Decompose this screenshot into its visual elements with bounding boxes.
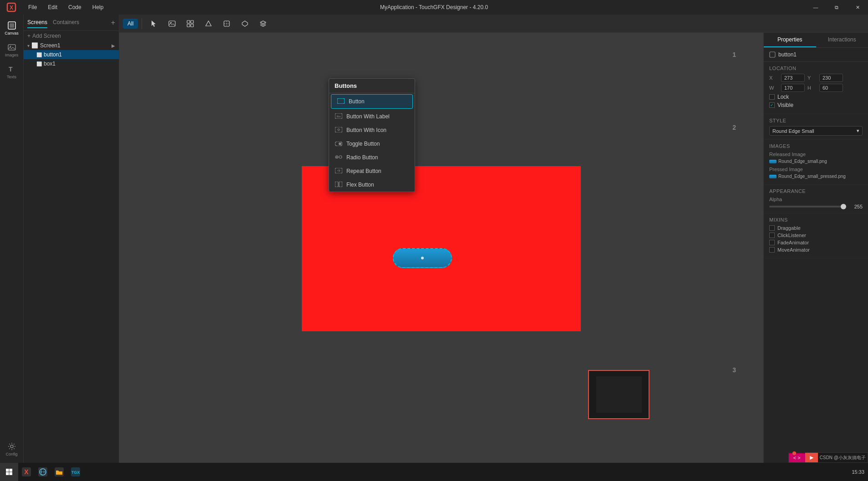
toolbar-all-btn[interactable]: All — [123, 19, 138, 29]
toolbar-select-btn[interactable] — [146, 18, 162, 29]
tree-item-button1[interactable]: ⬜ button1 — [24, 50, 119, 59]
dropdown-item-radio-label: Radio Button — [346, 154, 378, 161]
button-type-icon: ⬜ — [36, 52, 42, 57]
location-section: Location X Y W H Loc — [764, 62, 868, 114]
pressed-label: Pressed Image — [769, 167, 863, 172]
toolbar-layers-btn[interactable] — [255, 18, 271, 29]
dropdown-item-button[interactable]: Button — [331, 94, 413, 109]
tab-containers[interactable]: Containers — [53, 17, 79, 28]
layers-icon — [259, 20, 267, 27]
toolbar-widget-btn[interactable] — [182, 18, 198, 29]
svg-point-7 — [10, 445, 13, 448]
svg-point-21 — [338, 129, 340, 131]
button-widget[interactable] — [393, 248, 452, 268]
tab-properties[interactable]: Properties — [764, 33, 816, 47]
dropdown-item-repeat-label: Repeat Button — [346, 168, 381, 174]
taskbar-clock: 15:33 — [848, 469, 868, 475]
tree-item-box1[interactable]: ⬜ box1 — [24, 59, 119, 68]
mini-canvas-inner — [596, 376, 642, 413]
dropdown-item-repeat[interactable]: Repeat Button — [329, 164, 415, 178]
toolbar-3d-btn[interactable] — [237, 18, 253, 29]
csdn-code-button[interactable]: < > — [789, 453, 805, 462]
play-icon[interactable]: ▶ — [112, 43, 115, 48]
style-dropdown[interactable]: Round Edge Small ▾ — [769, 126, 863, 136]
moveanimator-checkbox[interactable] — [769, 247, 775, 253]
button-icon — [337, 98, 345, 105]
sidebar-item-config[interactable]: Config — [2, 439, 22, 459]
toolbar-shape-btn[interactable] — [200, 18, 217, 29]
dropdown-item-toggle[interactable]: Toggle Button — [329, 137, 415, 151]
tab-screens[interactable]: Screens — [27, 17, 47, 28]
w-input[interactable] — [781, 84, 805, 92]
sidebar-item-images[interactable]: Images — [2, 40, 22, 60]
dropdown-title: Buttons — [329, 79, 415, 93]
svg-text:X: X — [10, 5, 13, 11]
menu-help[interactable]: Help — [87, 0, 109, 15]
dropdown-item-button-icon[interactable]: Button With Icon — [329, 123, 415, 137]
pressed-image-row: Round_Edge_small_pressed.png — [769, 174, 863, 179]
released-image-preview — [769, 160, 777, 163]
add-screen-label: Add Screen — [32, 33, 61, 39]
alpha-label: Alpha — [769, 197, 863, 202]
texts-label: Texts — [7, 75, 16, 79]
clicklistener-label: ClickListener — [777, 233, 806, 238]
dropdown-item-button-label: Button — [349, 98, 365, 105]
x-input[interactable] — [781, 74, 805, 82]
lock-checkbox[interactable] — [769, 94, 775, 100]
images-section: Images Released Image Round_Edge_small.p… — [764, 140, 868, 185]
menu-file[interactable]: File — [23, 0, 42, 15]
app-logo: X — [0, 2, 23, 12]
component-name: button1 — [778, 51, 797, 58]
taskbar-item-browser[interactable] — [35, 463, 51, 481]
draggable-checkbox[interactable] — [769, 225, 775, 231]
add-screen-row[interactable]: + Add Screen — [24, 31, 119, 41]
visible-checkbox[interactable] — [769, 102, 775, 108]
alpha-slider[interactable] — [769, 206, 846, 208]
close-button[interactable]: ✕ — [847, 0, 868, 15]
left-icon-bar: Canvas Images T Texts Config — [0, 15, 24, 481]
dropdown-item-button-label-label: Button With Label — [346, 113, 390, 120]
sidebar-item-canvas[interactable]: Canvas — [2, 18, 22, 38]
y-input[interactable] — [819, 74, 843, 82]
clicklistener-checkbox[interactable] — [769, 233, 775, 238]
released-label: Released Image — [769, 152, 863, 157]
moveanimator-label: MoveAnimator — [777, 247, 810, 253]
svg-text:Btn: Btn — [336, 115, 340, 118]
canvas-area[interactable]: 1 Buttons Button — [119, 33, 763, 481]
right-panel-tabs: Properties Interactions — [764, 33, 868, 48]
dropdown-item-button-label[interactable]: Btn Button With Label — [329, 110, 415, 123]
right-panel: Properties Interactions button1 Location… — [763, 33, 868, 481]
svg-rect-10 — [169, 21, 175, 26]
menu-edit[interactable]: Edit — [42, 0, 63, 15]
toolbar-image-btn[interactable] — [164, 18, 180, 29]
released-image-name: Round_Edge_small.png — [778, 159, 827, 164]
svg-text:TGX: TGX — [71, 470, 80, 475]
add-screen-button[interactable]: + — [111, 19, 115, 27]
maximize-button[interactable]: ⧉ — [826, 0, 847, 15]
toolbar-transform-btn[interactable] — [218, 18, 235, 29]
canvas-label-2: 2 — [732, 124, 736, 131]
screens-header: Screens Containers + — [24, 15, 119, 31]
svg-rect-17 — [337, 98, 345, 104]
csdn-play-button[interactable]: ▶ — [805, 453, 818, 462]
menu-code[interactable]: Code — [63, 0, 87, 15]
minimize-button[interactable]: — — [805, 0, 826, 15]
fadeanimator-checkbox[interactable] — [769, 240, 775, 245]
taskbar-item-x[interactable]: X — [18, 463, 35, 481]
svg-point-26 — [339, 156, 342, 158]
tab-interactions[interactable]: Interactions — [816, 33, 868, 47]
h-input[interactable] — [819, 84, 843, 92]
sidebar-item-texts[interactable]: T Texts — [2, 62, 22, 82]
button-icon-icon — [335, 127, 343, 134]
taskbar-item-folder[interactable] — [51, 463, 67, 481]
tree-item-screen1[interactable]: ▾ ⬜ Screen1 ▶ — [24, 41, 119, 50]
widget-icon — [187, 20, 194, 27]
dropdown-item-flex[interactable]: Flex Button — [329, 178, 415, 192]
screens-tabs: Screens Containers — [27, 17, 79, 28]
style-section: Style Round Edge Small ▾ — [764, 114, 868, 140]
taskbar-start[interactable] — [0, 463, 18, 481]
dropdown-item-radio[interactable]: Radio Button — [329, 151, 415, 164]
chevron-down-icon: ▾ — [27, 43, 30, 48]
lock-row: Lock — [769, 94, 863, 100]
taskbar-item-touchgfx[interactable]: TGX — [67, 463, 84, 481]
